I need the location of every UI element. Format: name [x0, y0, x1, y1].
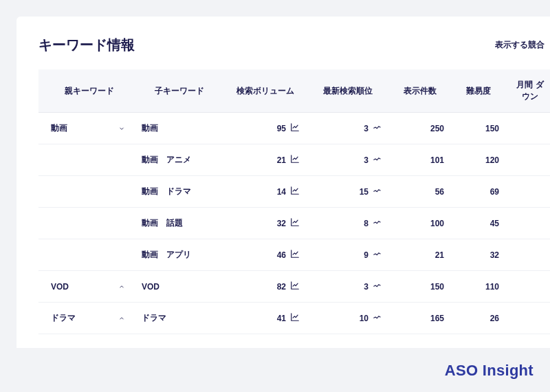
table-row[interactable]: 動画ドラマ14155669: [38, 176, 550, 208]
page-title: キーワード情報: [38, 36, 135, 54]
rank-cell: 3: [307, 144, 389, 176]
results-cell: 165: [389, 303, 451, 334]
trend-icon[interactable]: [373, 217, 382, 229]
results-cell: 56: [389, 176, 451, 208]
keyword-table: 親キーワード 子キーワード 検索ボリューム 最新検索順位 表示件数 難易度 月間…: [38, 69, 550, 334]
results-cell: 150: [389, 271, 451, 303]
chart-icon[interactable]: [290, 312, 300, 324]
th-results[interactable]: 表示件数: [389, 69, 451, 113]
difficulty-cell: 150: [451, 113, 506, 144]
results-cell: 100: [389, 208, 451, 239]
child-keyword-cell: VOD: [135, 271, 224, 303]
download-cell: [506, 113, 550, 144]
results-cell: 250: [389, 113, 451, 144]
trend-icon[interactable]: [373, 186, 382, 197]
parent-keyword-cell: [38, 239, 135, 271]
chart-icon[interactable]: [290, 122, 300, 134]
download-cell: [506, 208, 550, 239]
th-difficulty[interactable]: 難易度: [451, 69, 506, 113]
chart-icon[interactable]: [290, 249, 300, 261]
parent-keyword-cell[interactable]: ドラマ: [38, 303, 135, 334]
download-cell: [506, 303, 550, 334]
child-keyword-cell: ドラマ: [135, 303, 224, 334]
table-row[interactable]: 動画話題32810045: [38, 208, 550, 239]
th-child[interactable]: 子キーワード: [135, 69, 224, 113]
volume-cell: 21: [224, 144, 307, 176]
difficulty-cell: 110: [451, 271, 506, 303]
difficulty-cell: 69: [451, 176, 506, 208]
difficulty-cell: 32: [451, 239, 506, 271]
th-volume[interactable]: 検索ボリューム: [224, 69, 307, 113]
child-keyword-cell: 動画アニメ: [135, 144, 224, 176]
volume-cell: 41: [224, 303, 307, 334]
parent-keyword-cell: [38, 176, 135, 208]
table-row[interactable]: VODVOD823150110: [38, 271, 550, 303]
table-row[interactable]: 動画アプリ4692132: [38, 239, 550, 271]
difficulty-cell: 26: [451, 303, 506, 334]
results-cell: 21: [389, 239, 451, 271]
keyword-info-panel: キーワード情報 表示する競合 親キーワード 子キーワード 検索ボリューム 最新検…: [16, 17, 550, 348]
volume-cell: 46: [224, 239, 307, 271]
chart-icon[interactable]: [290, 186, 300, 197]
table-row[interactable]: 動画アニメ213101120: [38, 144, 550, 176]
child-keyword-cell: 動画: [135, 113, 224, 144]
difficulty-cell: 45: [451, 208, 506, 239]
difficulty-cell: 120: [451, 144, 506, 176]
keyword-table-wrap: 親キーワード 子キーワード 検索ボリューム 最新検索順位 表示件数 難易度 月間…: [38, 69, 550, 334]
parent-keyword-cell: [38, 144, 135, 176]
chevron-up-icon[interactable]: [118, 315, 125, 322]
download-cell: [506, 271, 550, 303]
trend-icon[interactable]: [373, 281, 382, 292]
volume-cell: 14: [224, 176, 307, 208]
table-row[interactable]: 動画動画953250150: [38, 113, 550, 144]
volume-cell: 95: [224, 113, 307, 144]
rank-cell: 8: [307, 208, 389, 239]
trend-icon[interactable]: [373, 312, 382, 324]
chevron-up-icon[interactable]: [118, 283, 125, 290]
rank-cell: 15: [307, 176, 389, 208]
chart-icon[interactable]: [290, 217, 300, 229]
chart-icon[interactable]: [290, 154, 300, 166]
download-cell: [506, 239, 550, 271]
competitor-toggle-label[interactable]: 表示する競合: [495, 39, 544, 51]
chart-icon[interactable]: [290, 281, 300, 292]
trend-icon[interactable]: [373, 154, 382, 166]
child-keyword-cell: 動画ドラマ: [135, 176, 224, 208]
volume-cell: 32: [224, 208, 307, 239]
download-cell: [506, 144, 550, 176]
chevron-down-icon[interactable]: [118, 125, 125, 132]
th-download[interactable]: 月間 ダウン: [506, 69, 550, 113]
rank-cell: 3: [307, 113, 389, 144]
parent-keyword-cell[interactable]: 動画: [38, 113, 135, 144]
th-parent[interactable]: 親キーワード: [38, 69, 135, 113]
rank-cell: 10: [307, 303, 389, 334]
child-keyword-cell: 動画アプリ: [135, 239, 224, 271]
table-row[interactable]: ドラマドラマ411016526: [38, 303, 550, 334]
child-keyword-cell: 動画話題: [135, 208, 224, 239]
rank-cell: 9: [307, 239, 389, 271]
trend-icon[interactable]: [373, 122, 382, 134]
parent-keyword-cell: [38, 208, 135, 239]
trend-icon[interactable]: [373, 249, 382, 261]
download-cell: [506, 176, 550, 208]
volume-cell: 82: [224, 271, 307, 303]
brand-logo: ASO Insight: [445, 362, 534, 380]
th-rank[interactable]: 最新検索順位: [307, 69, 389, 113]
parent-keyword-cell[interactable]: VOD: [38, 271, 135, 303]
rank-cell: 3: [307, 271, 389, 303]
results-cell: 101: [389, 144, 451, 176]
